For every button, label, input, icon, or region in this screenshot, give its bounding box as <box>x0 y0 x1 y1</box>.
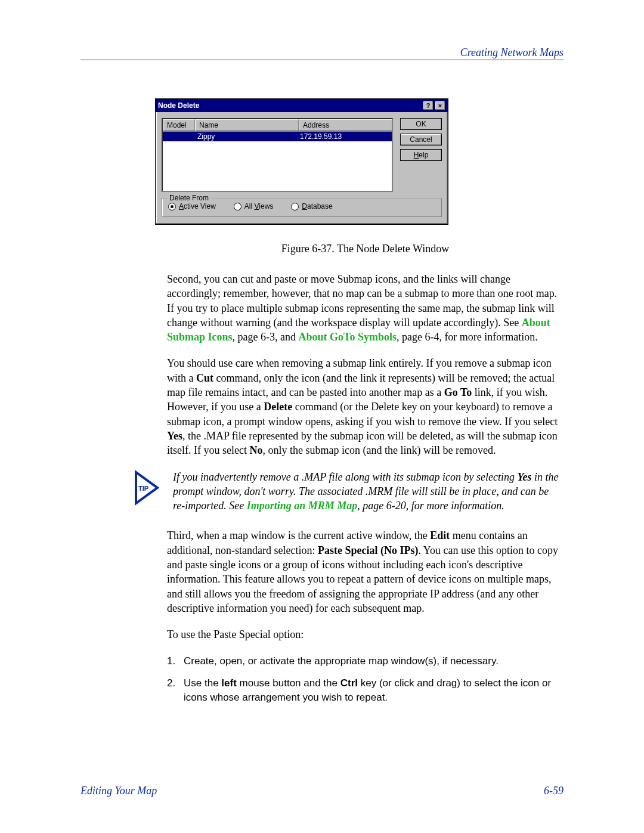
bold-yes: Yes <box>517 471 531 483</box>
text: , page 6-20, for more information. <box>357 500 504 512</box>
col-address: Address <box>299 119 392 131</box>
list-item: 1. Create, open, or activate the appropr… <box>167 654 564 668</box>
col-name: Name <box>195 119 299 131</box>
cancel-button[interactable]: Cancel <box>400 134 442 145</box>
text: , only the submap icon (and the link) wi… <box>262 444 496 456</box>
tip-text: If you inadvertently remove a .MAP file … <box>173 470 564 513</box>
bold-yes: Yes <box>167 430 182 442</box>
help-accel: H <box>414 151 419 159</box>
radio-dot-icon <box>168 203 176 210</box>
link-importing-mrm-map[interactable]: Importing an MRM Map <box>247 500 358 512</box>
bold-no: No <box>249 444 262 456</box>
ok-button[interactable]: OK <box>400 118 442 130</box>
list-item: 2. Use the left mouse button and the Ctr… <box>167 676 564 705</box>
dialog-body: Model Name Address Zippy 172.19.59.13 OK… <box>156 112 448 198</box>
tip-icon: TIP <box>131 470 161 513</box>
radio-all-label: iews <box>259 202 273 210</box>
ordered-list: 1. Create, open, or activate the appropr… <box>167 654 564 705</box>
radio-all-views[interactable]: All Views <box>234 202 273 210</box>
dialog-titlebar: Node Delete ? × <box>156 99 448 112</box>
text: Second, you can cut and paste or move Su… <box>167 273 557 329</box>
tip-label: TIP <box>138 485 148 492</box>
page-number: 6-59 <box>544 785 564 797</box>
tip-block: TIP If you inadvertently remove a .MAP f… <box>167 470 564 513</box>
radio-active-label: ctive View <box>184 202 216 210</box>
radio-dot-icon <box>234 203 242 210</box>
bold-cut: Cut <box>196 372 213 384</box>
paragraph-to-use: To use the Paste Special option: <box>167 627 564 642</box>
close-icon[interactable]: × <box>435 101 445 110</box>
radio-database[interactable]: Database <box>291 202 332 210</box>
header-chapter: Creating Network Maps <box>460 47 564 59</box>
radio-all-pre: All <box>244 202 255 210</box>
cell-name: Zippy <box>194 132 296 141</box>
list-text: Use the left mouse button and the Ctrl k… <box>184 676 564 705</box>
col-model: Model <box>163 119 195 131</box>
help-button[interactable]: Help <box>400 149 442 161</box>
paragraph-second: Second, you can cut and paste or move Su… <box>167 272 564 344</box>
text: , page 6-4, for more information. <box>397 331 538 343</box>
text: Use the <box>184 677 221 689</box>
cell-model <box>163 132 194 141</box>
list-row[interactable]: Zippy 172.19.59.13 <box>163 132 392 141</box>
paragraph-third: Third, when a map window is the current … <box>167 528 564 615</box>
list-number: 1. <box>167 654 184 668</box>
list-header: Model Name Address <box>163 119 392 132</box>
list-text: Create, open, or activate the appropriat… <box>184 654 564 668</box>
bold-edit: Edit <box>430 529 450 541</box>
radio-dot-icon <box>291 203 299 210</box>
bold-ctrl: Ctrl <box>340 677 358 689</box>
bold-paste-special: Paste Special (No IPs) <box>318 544 418 556</box>
text: Third, when a map window is the current … <box>167 529 430 541</box>
link-about-goto-symbols[interactable]: About GoTo Symbols <box>299 331 397 343</box>
radio-db-label: atabase <box>307 202 333 210</box>
help-icon[interactable]: ? <box>423 101 434 110</box>
figure-caption: Figure 6-37. The Node Delete Window <box>167 243 564 255</box>
bold-goto: Go To <box>444 386 472 398</box>
group-label: Delete From <box>167 194 211 202</box>
bold-delete: Delete <box>264 401 292 413</box>
node-delete-dialog: Node Delete ? × Model Name Address Zippy… <box>155 98 448 225</box>
bold-left: left <box>221 677 237 689</box>
list-number: 2. <box>167 676 184 705</box>
header-rule <box>80 60 564 60</box>
accel-d: D <box>302 202 307 210</box>
dialog-title-text: Node Delete <box>158 101 422 110</box>
text: If you inadvertently remove a .MAP file … <box>173 471 517 483</box>
cell-address: 172.19.59.13 <box>296 132 392 141</box>
footer-section: Editing Your Map <box>80 785 157 797</box>
text: mouse button and the <box>237 677 340 689</box>
text: , page 6-3, and <box>233 331 299 343</box>
radio-active-view[interactable]: Active View <box>168 202 216 210</box>
paragraph-cut-delete: You should use care when removing a subm… <box>167 356 564 457</box>
delete-from-group: Delete From Active View All Views Databa… <box>162 198 442 217</box>
accel-a: A <box>179 202 184 210</box>
node-list[interactable]: Model Name Address Zippy 172.19.59.13 <box>162 118 393 192</box>
dialog-buttons: OK Cancel Help <box>400 118 442 192</box>
